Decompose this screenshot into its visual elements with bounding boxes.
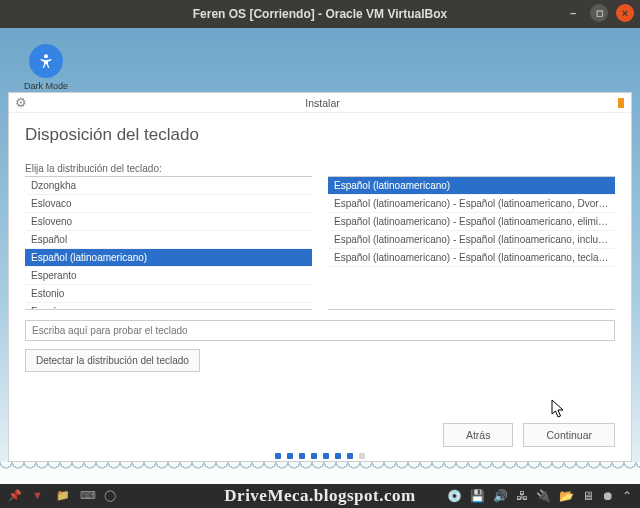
decorative-wave [0,462,640,484]
list-item[interactable]: Español (latinoamericano) [328,177,615,195]
folder-icon[interactable]: 📁 [56,489,70,503]
dark-mode-label: Dark Mode [24,81,68,91]
window-title: Feren OS [Corriendo] - Oracle VM Virtual… [193,7,448,21]
titlebar: Feren OS [Corriendo] - Oracle VM Virtual… [0,0,640,28]
terminal-icon[interactable]: ⌨ [80,489,94,503]
detect-layout-button[interactable]: Detectar la distribución del teclado [25,349,200,372]
cursor-icon [551,399,567,419]
virtualbox-window: Feren OS [Corriendo] - Oracle VM Virtual… [0,0,640,508]
installer-window: ⚙ Instalar Disposición del teclado Elija… [8,92,632,462]
window-controls: – ◻ × [556,4,634,22]
hard-disk-icon[interactable]: 💾 [470,489,485,503]
pin-icon[interactable]: 📌 [8,489,22,503]
maximize-button[interactable]: ◻ [590,4,608,22]
circle-icon[interactable]: ◯ [104,489,118,503]
page-dot [323,453,329,459]
display-icon[interactable]: 🖥 [582,489,594,503]
list-item[interactable]: Español (latinoamericano) [25,249,312,267]
accessibility-icon [29,44,63,78]
page-dot [299,453,305,459]
list-item[interactable]: Esloveno [25,213,312,231]
nav-buttons: Atrás Continuar [25,419,615,453]
list-item[interactable]: Faroés [25,303,312,310]
installer-body: Disposición del teclado Elija la distrib… [9,113,631,461]
list-item[interactable]: Español [25,231,312,249]
gear-icon[interactable]: ⚙ [15,95,27,110]
page-dot [311,453,317,459]
host-key-icon[interactable]: ⌃ [622,489,632,503]
minimize-button[interactable]: – [564,4,582,22]
dark-mode-launcher[interactable]: Dark Mode [24,44,68,91]
recording-icon[interactable]: ⏺ [602,489,614,503]
optical-drive-icon[interactable]: 💿 [447,489,462,503]
audio-icon[interactable]: 🔊 [493,489,508,503]
keyboard-test-input[interactable] [25,320,615,341]
list-item[interactable]: Español (latinoamericano) - Español (lat… [328,213,615,231]
page-heading: Disposición del teclado [25,125,615,145]
back-button[interactable]: Atrás [443,423,514,447]
list-item[interactable]: Eslovaco [25,195,312,213]
keyboard-variant-list[interactable]: Español (latinoamericano)Español (latino… [328,176,615,310]
virtualbox-statusbar: DriveMeca.blogspot.com 📌 ▼ 📁 ⌨ ◯ 💿 💾 🔊 🖧… [0,484,640,508]
page-dot [359,453,365,459]
list-item[interactable]: Español (latinoamericano) - Español (lat… [328,231,615,249]
page-dot [335,453,341,459]
page-subtitle: Elija la distribución del teclado: [25,163,615,174]
vm-desktop: Dark Mode ⚙ Instalar Disposición del tec… [0,28,640,484]
installer-title: Instalar [27,97,618,109]
keyboard-layout-list[interactable]: DzongkhaEslovacoEslovenoEspañolEspañol (… [25,176,312,310]
network-icon[interactable]: 🖧 [516,489,528,503]
svg-point-0 [44,54,48,58]
page-dot [287,453,293,459]
list-item[interactable]: Dzongkha [25,177,312,195]
close-button[interactable]: × [616,4,634,22]
list-item[interactable]: Español (latinoamericano) - Español (lat… [328,249,615,267]
shield-icon[interactable]: ▼ [32,489,46,503]
list-item[interactable]: Español (latinoamericano) - Español (lat… [328,195,615,213]
page-dot [347,453,353,459]
installer-titlebar: ⚙ Instalar [9,93,631,113]
shared-folder-icon[interactable]: 📂 [559,489,574,503]
continue-button[interactable]: Continuar [523,423,615,447]
page-indicator [9,453,631,459]
usb-icon[interactable]: 🔌 [536,489,551,503]
list-item[interactable]: Estonio [25,285,312,303]
list-item[interactable]: Esperanto [25,267,312,285]
page-dot [275,453,281,459]
window-decoration [618,98,624,108]
